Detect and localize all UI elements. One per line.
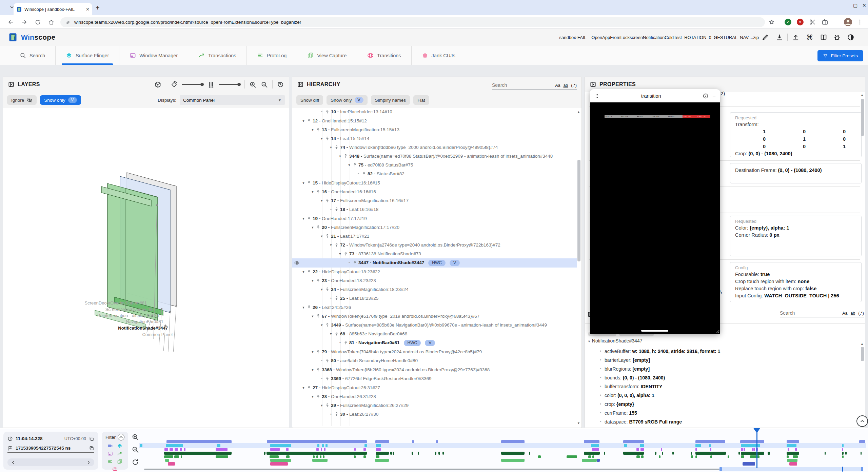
pin-icon[interactable] bbox=[325, 110, 330, 114]
pin-icon[interactable] bbox=[325, 198, 330, 203]
pin-icon[interactable] bbox=[316, 350, 320, 354]
match-case-toggle[interactable]: Aa bbox=[842, 311, 847, 316]
regex-toggle[interactable]: (.*) bbox=[858, 311, 864, 316]
expand-arrow-icon[interactable]: ▼ bbox=[310, 312, 315, 321]
tree-row[interactable]: ▼27 - HideDisplayCutout:26:31#27 bbox=[292, 383, 577, 392]
window-close-icon[interactable]: ✕ bbox=[862, 3, 866, 8]
scroll-up-icon[interactable]: ▲ bbox=[861, 342, 864, 346]
documentation-icon[interactable] bbox=[820, 34, 827, 41]
tree-row[interactable]: ▼12 - OneHanded:15:15#12 bbox=[292, 117, 577, 125]
property-row[interactable]: •activeBuffer: w: 1080, h: 2400, stride:… bbox=[592, 347, 860, 356]
match-case-toggle[interactable]: Aa bbox=[555, 83, 560, 88]
nav-tab-transitions[interactable]: Transitions bbox=[357, 46, 411, 65]
tree-row[interactable]: ▼23 - OneHanded:18:23#23 bbox=[292, 276, 577, 285]
expand-arrow-icon[interactable]: ▼ bbox=[337, 152, 343, 161]
nav-tab-surface-flinger[interactable]: Surface Flinger bbox=[55, 46, 119, 65]
expand-arrow-icon[interactable]: ▼ bbox=[319, 321, 324, 330]
reload-icon[interactable] bbox=[35, 19, 41, 25]
pin-icon[interactable] bbox=[334, 296, 339, 300]
pin-icon[interactable] bbox=[316, 368, 320, 372]
property-row[interactable]: •color: (0, 0, 0), alpha: 1 bbox=[592, 391, 860, 400]
tree-row[interactable]: ▼68 - 885b63e NavigationBar0#68 bbox=[292, 330, 577, 338]
tree-row[interactable]: ▼29 - FullscreenMagnification:26:27#29 bbox=[292, 401, 577, 410]
tree-row[interactable]: ▼21 - Leaf:17:17#21 bbox=[292, 232, 577, 241]
pin-icon[interactable] bbox=[325, 376, 330, 381]
spacing-slider[interactable] bbox=[219, 84, 240, 85]
layers-3d-canvas[interactable]: ScreenDecorOverlayBottom#61ScreenDecorOv… bbox=[3, 108, 289, 428]
tree-row[interactable]: •3369 - 67726bf EdgeBackGestureHandler0#… bbox=[292, 374, 577, 383]
site-info-icon[interactable] bbox=[65, 19, 71, 25]
drag-handle-icon[interactable] bbox=[594, 93, 599, 99]
pin-icon[interactable] bbox=[343, 340, 348, 345]
back-icon[interactable] bbox=[7, 19, 14, 25]
next-frame-icon[interactable] bbox=[86, 460, 91, 465]
resize-handle-icon[interactable] bbox=[715, 329, 719, 333]
copy-icon[interactable] bbox=[89, 446, 94, 451]
pin-icon[interactable] bbox=[325, 136, 330, 141]
nav-tab-window-manager[interactable]: Window Manager bbox=[119, 46, 188, 65]
scroll-down-icon[interactable]: ▼ bbox=[577, 421, 580, 425]
pin-icon[interactable] bbox=[307, 119, 311, 123]
window-maximize-icon[interactable]: ▢ bbox=[853, 3, 857, 8]
pin-icon[interactable] bbox=[334, 243, 339, 247]
whole-word-toggle[interactable]: ab bbox=[850, 311, 855, 316]
zoom-out-icon[interactable] bbox=[261, 81, 268, 88]
profile-avatar[interactable] bbox=[844, 18, 852, 26]
pin-icon[interactable] bbox=[316, 394, 320, 399]
browser-menu-icon[interactable] bbox=[856, 19, 863, 25]
pin-icon[interactable] bbox=[334, 145, 339, 150]
nav-tab-search[interactable]: Search bbox=[9, 46, 55, 65]
pin-icon[interactable] bbox=[353, 260, 357, 265]
pin-icon[interactable] bbox=[307, 270, 311, 274]
filter-layers-icon[interactable] bbox=[117, 443, 122, 449]
timeline-cursor-marker[interactable] bbox=[753, 428, 760, 433]
pin-icon[interactable] bbox=[316, 190, 320, 194]
report-bug-icon[interactable] bbox=[833, 34, 841, 41]
property-row[interactable]: •blurRegions: [empty] bbox=[592, 365, 860, 373]
displays-select[interactable]: Common Panel ▼ bbox=[180, 95, 285, 105]
timeline-reset-zoom-icon[interactable] bbox=[132, 458, 139, 466]
expand-arrow-icon[interactable]: ▼ bbox=[588, 340, 591, 343]
expand-arrow-icon[interactable]: ▼ bbox=[319, 196, 324, 205]
layer-label[interactable]: ScreenDecorOverlayBottom#61 bbox=[84, 300, 147, 306]
edit-icon[interactable] bbox=[762, 34, 769, 41]
pin-icon[interactable] bbox=[325, 234, 330, 238]
pin-icon[interactable] bbox=[362, 172, 366, 176]
info-icon[interactable] bbox=[703, 93, 709, 99]
tree-row[interactable]: ▼22 - HideDisplayCutout:18:23#22 bbox=[292, 268, 577, 276]
tree-row[interactable]: ▼75 - ed70f88 StatusBar#75 bbox=[292, 161, 577, 170]
minimize-icon[interactable]: _ bbox=[713, 92, 715, 97]
tree-row[interactable]: ▼15 - HideDisplayCutout:16:16#15 bbox=[292, 179, 577, 188]
rotation-slider[interactable] bbox=[182, 84, 203, 85]
tree-row[interactable]: ▼16 - OneHanded:16:16#16 bbox=[292, 188, 577, 196]
property-row[interactable]: •bufferTransform: IDENTITY bbox=[592, 382, 860, 391]
layer-label[interactable]: NavigationBar0#81 bbox=[126, 319, 163, 324]
tree-row[interactable]: •82 - StatusBar#82 bbox=[292, 170, 577, 179]
pin-icon[interactable] bbox=[343, 252, 348, 256]
timeline-zoom-in-icon[interactable] bbox=[132, 433, 139, 441]
browser-tab[interactable]: Winscope | sandbox-FAIL ✕ bbox=[14, 3, 92, 15]
tree-row[interactable]: •25 - Leaf:18:23#25 bbox=[292, 294, 577, 303]
download-icon[interactable] bbox=[776, 34, 783, 41]
expand-arrow-icon[interactable]: ▼ bbox=[310, 125, 315, 134]
expand-arrow-icon[interactable]: ▼ bbox=[319, 401, 324, 410]
hierarchy-tree[interactable]: •10 - ImePlaceholder:13:14#10▼12 - OneHa… bbox=[292, 107, 577, 426]
timeline-zoom-out-icon[interactable] bbox=[132, 446, 139, 453]
tree-row[interactable]: ▼3449 - Surface(name=885b63e NavigationB… bbox=[292, 321, 577, 330]
range-handle-left[interactable] bbox=[719, 467, 722, 471]
tree-row[interactable]: ▼74 - WindowToken{fdddbe6 type=2000 andr… bbox=[292, 143, 577, 152]
pin-icon[interactable] bbox=[334, 412, 339, 416]
tree-row[interactable]: ▼79 - WindowToken{7046b4a type=2024 andr… bbox=[292, 348, 577, 356]
tree-row[interactable]: ▼26 - Leaf:24:25#26 bbox=[292, 303, 577, 312]
expand-arrow-icon[interactable]: ▼ bbox=[310, 223, 315, 232]
tree-row[interactable]: •81 - NavigationBar0#81HWCV bbox=[292, 338, 577, 348]
tree-row[interactable]: ▼24 - FullscreenMagnification:18:23#24 bbox=[292, 285, 577, 294]
tree-row[interactable]: •18 - Leaf:16:16#18 bbox=[292, 205, 577, 214]
dark-mode-icon[interactable] bbox=[847, 34, 854, 41]
url-bar[interactable]: winscope.teams.x20web.corp.google.com/pr… bbox=[60, 17, 765, 27]
pin-icon[interactable] bbox=[325, 358, 330, 363]
hierarchy-show-diff-button[interactable]: Show diff bbox=[296, 95, 323, 105]
filter-protolog-icon[interactable] bbox=[107, 459, 113, 464]
window-minimize-icon[interactable]: — bbox=[844, 3, 848, 8]
nav-tab-view-capture[interactable]: View Capture bbox=[297, 46, 357, 65]
